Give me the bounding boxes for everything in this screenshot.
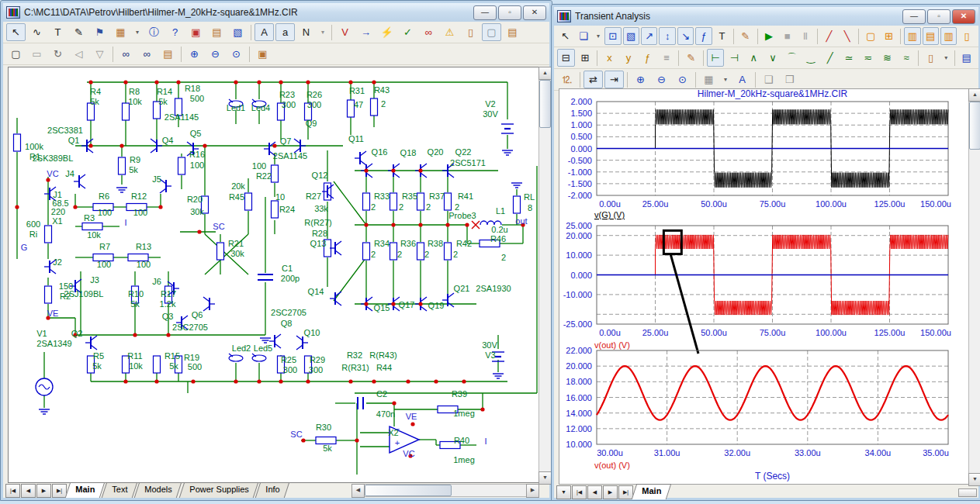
scroll-thumb[interactable] <box>365 485 452 496</box>
function-values-icon[interactable]: ƒ <box>639 49 656 67</box>
panel-top-icon[interactable]: ▤ <box>923 27 939 45</box>
schematic-vertical-scrollbar[interactable]: ▲▼ <box>538 67 552 485</box>
zoom-out-icon[interactable]: ⊖ <box>206 45 225 63</box>
select-mode-icon[interactable]: ↖ <box>557 27 573 45</box>
grid-text-toggle-icon[interactable]: a <box>275 23 295 41</box>
first-page-button[interactable]: |◀ <box>5 484 20 498</box>
region-select-icon[interactable]: ▢ <box>6 45 26 63</box>
analysis-vertical-scrollbar[interactable]: ▲▼ <box>968 88 980 486</box>
valley-icon[interactable]: ∨ <box>764 49 782 67</box>
panel-right-icon[interactable]: ▥ <box>940 27 957 45</box>
minimize-button[interactable]: — <box>902 9 926 24</box>
condition-toggle-icon[interactable]: ✓ <box>398 23 417 41</box>
plot-panel[interactable] <box>559 88 969 485</box>
scroll-up-button[interactable]: ▲ <box>968 88 980 102</box>
bracket-cursors-icon[interactable]: ⇥ <box>604 71 624 88</box>
wizard-icon[interactable]: ▧ <box>228 23 248 41</box>
y-values-icon[interactable]: y <box>620 49 638 67</box>
zoom-in-icon[interactable]: ⊕ <box>631 71 650 88</box>
number-format-icon[interactable]: ⒓ <box>557 71 577 88</box>
cursor-next-icon[interactable]: ⊢ <box>707 49 725 67</box>
shapes-dropdown-icon[interactable]: ▾ <box>132 23 143 41</box>
model-list-icon[interactable]: ▤ <box>207 23 227 41</box>
tab-text[interactable]: Text <box>102 482 138 498</box>
goto-icon[interactable]: ▤ <box>158 45 178 63</box>
annotate-text-icon[interactable]: A <box>732 71 752 88</box>
tab-main[interactable]: Main <box>65 482 106 498</box>
schematic-titlebar[interactable]: C:\MC11\DATA\Petrov\Hilbert\Hilmer-M_20k… <box>3 3 549 22</box>
top-icon[interactable]: ≃ <box>840 49 858 67</box>
flip-vertical-icon[interactable]: ▽ <box>90 45 109 63</box>
prev-page-button[interactable]: ◀ <box>587 485 602 499</box>
peak-icon[interactable]: ∧ <box>745 49 763 67</box>
tab-info[interactable]: Info <box>255 482 290 498</box>
high-icon[interactable]: ⌒ <box>783 49 801 67</box>
scroll-thumb[interactable] <box>539 80 551 128</box>
schematic-horizontal-scrollbar[interactable]: ◀▶ <box>351 484 539 497</box>
graph-properties-icon[interactable]: ▧ <box>623 27 639 45</box>
last-page-button[interactable]: ▶| <box>618 485 633 499</box>
select-box-icon[interactable]: ▢ <box>482 23 501 41</box>
restore-button[interactable]: ▫ <box>498 5 521 20</box>
probe-toggle-icon[interactable]: ∞ <box>419 23 438 41</box>
zoom-full-icon[interactable]: ⊙ <box>673 71 692 88</box>
restore-button[interactable]: ▫ <box>927 9 951 24</box>
scroll-left-button[interactable]: ◀ <box>351 484 365 498</box>
grid-dropdown-icon[interactable]: ▾ <box>720 71 731 88</box>
bottom-icon[interactable]: ≂ <box>860 49 878 67</box>
negative-slope-icon[interactable]: ╲ <box>839 27 855 45</box>
flip-horizontal-icon[interactable]: ◁ <box>69 45 88 63</box>
cursor-prev-icon[interactable]: ⊣ <box>725 49 743 67</box>
wire-mode-icon[interactable]: ∿ <box>27 23 47 41</box>
envelope-bottom-icon[interactable]: ≈ <box>898 49 916 67</box>
low-icon[interactable]: ‿ <box>802 49 820 67</box>
tab-power-supplies[interactable]: Power Supplies <box>178 482 258 498</box>
next-page-button[interactable]: ▶ <box>36 484 51 498</box>
analysis-titlebar[interactable]: Transient Analysis —▫✕ <box>554 7 978 26</box>
text-mode-icon[interactable]: T <box>48 23 68 41</box>
run-button[interactable]: ▶ <box>760 27 777 45</box>
voltage-toggle-icon[interactable]: V <box>335 23 355 41</box>
scroll-thumb[interactable] <box>969 102 980 150</box>
page-dropdown-button[interactable]: ▼ <box>556 485 571 499</box>
attribute-text-toggle-icon[interactable]: A <box>255 23 274 41</box>
page-copy-icon[interactable]: ▣ <box>253 45 272 63</box>
current-toggle-icon[interactable]: → <box>356 23 376 41</box>
properties-icon[interactable]: ▤ <box>503 23 522 41</box>
first-page-button[interactable]: |◀ <box>572 485 587 499</box>
panel-bottom-icon[interactable]: ▯ <box>958 27 975 45</box>
positive-slope-icon[interactable]: ╱ <box>821 27 837 45</box>
data-list-icon[interactable]: ▤ <box>957 49 975 67</box>
tracker-cursor-icon[interactable]: ⊞ <box>577 49 594 67</box>
grid-icon[interactable]: ▦ <box>699 71 719 88</box>
shapes-icon[interactable]: ❏ <box>575 27 591 45</box>
select-frame-icon[interactable]: ▢ <box>862 27 878 45</box>
find-next-icon[interactable]: ∞ <box>137 45 157 63</box>
close-button[interactable]: ✕ <box>952 9 975 24</box>
clipboard-dropdown-icon[interactable]: ▾ <box>941 49 951 67</box>
tab-main[interactable]: Main <box>632 484 672 499</box>
rotate-icon[interactable]: ↻ <box>48 45 68 63</box>
prev-page-button[interactable]: ◀ <box>21 484 36 498</box>
stop-button[interactable]: ■ <box>779 27 795 45</box>
warning-icon[interactable]: ⚠ <box>440 23 459 41</box>
last-page-button[interactable]: ▶| <box>52 484 67 498</box>
align-cursors-icon[interactable]: ≡ <box>658 49 676 67</box>
power-toggle-icon[interactable]: ⚡ <box>377 23 397 41</box>
data-points-icon[interactable]: ⊞ <box>881 27 897 45</box>
scale-mode-icon[interactable]: ⊡ <box>604 27 621 45</box>
formula-mode-icon[interactable]: ƒ <box>695 27 712 45</box>
scroll-up-button[interactable]: ▲ <box>538 67 552 80</box>
bring-front-icon[interactable]: ❑ <box>759 71 778 88</box>
close-button[interactable]: ✕ <box>523 5 546 20</box>
text-mode-icon[interactable]: T <box>714 27 730 45</box>
node-numbers-toggle-icon[interactable]: N <box>296 23 316 41</box>
copy-dropdown-icon[interactable]: ▾ <box>317 23 328 41</box>
scroll-down-button[interactable]: ▼ <box>538 471 552 485</box>
find-icon[interactable]: ∞ <box>116 45 136 63</box>
pause-button[interactable]: Ⅱ <box>797 27 813 45</box>
clipboard-icon[interactable]: ▯ <box>922 49 940 67</box>
zoom-in-icon[interactable]: ⊕ <box>185 45 204 63</box>
scroll-down-button[interactable]: ▼ <box>968 473 980 486</box>
send-back-icon[interactable]: ❒ <box>780 71 799 88</box>
